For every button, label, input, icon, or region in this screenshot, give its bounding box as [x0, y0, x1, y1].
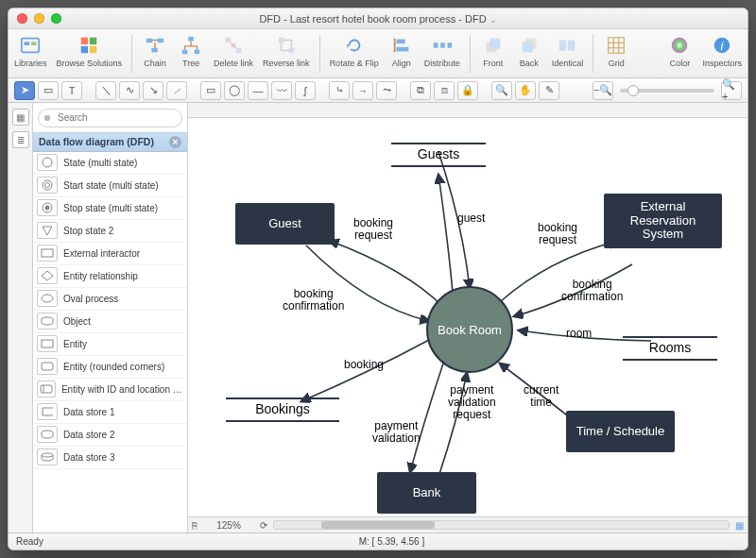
toolbar-delete-link[interactable]: Delete link — [214, 33, 253, 68]
datastore-guests[interactable]: Guests — [391, 146, 486, 161]
shape-item[interactable]: Entity relationship — [33, 265, 187, 288]
flow-payment-validation: payment validation — [372, 420, 421, 445]
toolbar-identical[interactable]: Identical — [552, 33, 584, 68]
hand-tool[interactable]: ✋ — [515, 81, 536, 100]
flow-guest: guest — [457, 212, 485, 225]
zoom-out-button[interactable]: −🔍 — [593, 81, 613, 100]
shape-item[interactable]: Stop state 2 — [33, 220, 187, 243]
minimize-button[interactable] — [34, 13, 44, 24]
shape-label: Start state (multi state) — [63, 180, 159, 191]
separator — [319, 35, 320, 73]
toolbar-front[interactable]: Front — [480, 33, 507, 68]
shape-item[interactable]: Entity — [33, 333, 187, 356]
zoom-button[interactable] — [51, 13, 61, 24]
ungroup-tool[interactable]: ⧈ — [434, 81, 455, 100]
shape-label: Entity with ID and location (rou... — [61, 384, 183, 395]
ellipse-tool[interactable]: ◯ — [224, 81, 245, 100]
label: Bookings — [255, 401, 310, 416]
toolbar-label: Browse Solutions — [57, 59, 123, 68]
app-window: DFD - Last resort hotel book room proces… — [8, 8, 748, 550]
text-tool[interactable]: T — [61, 81, 82, 100]
line2-tool[interactable]: — — [248, 81, 268, 100]
svg-rect-10 — [188, 37, 194, 42]
toolbar-color[interactable]: Color — [666, 33, 693, 68]
shape-item[interactable]: Entity (rounded corners) — [33, 356, 187, 379]
bezier-tool[interactable]: ∫ — [295, 81, 316, 100]
zoom-in-button[interactable]: 🔍+ — [721, 81, 742, 100]
shape-icon — [37, 267, 58, 284]
shape-icon — [37, 335, 58, 352]
zoom-value[interactable]: 125% — [203, 520, 254, 531]
polyline-tool[interactable]: ∿ — [119, 81, 140, 100]
shape-item[interactable]: Stop state (multi state) — [33, 197, 187, 220]
zoom-slider[interactable] — [620, 89, 714, 93]
lock-tool[interactable]: 🔒 — [457, 81, 478, 100]
toolbar-distribute[interactable]: Distribute — [424, 33, 460, 68]
toolbar-libraries[interactable]: Libraries — [14, 33, 47, 68]
toolbar-align[interactable]: Align — [388, 33, 415, 68]
search-input[interactable] — [38, 109, 182, 127]
page-nav-icon[interactable]: ▦ — [735, 520, 744, 531]
category-header[interactable]: Data flow diagram (DFD) × — [33, 132, 187, 152]
toolbar-back[interactable]: Back — [516, 33, 542, 68]
shape-item[interactable]: Entity with ID and location (rou... — [33, 379, 187, 401]
label: Rooms — [649, 340, 691, 355]
pointer-tool[interactable]: ➤ — [14, 81, 35, 100]
arc-tool[interactable]: ⟋ — [166, 81, 187, 100]
shape-item[interactable]: Data store 3 — [33, 447, 187, 469]
rect-tool[interactable]: ▭ — [38, 81, 59, 100]
rect-shape-tool[interactable]: ▭ — [200, 81, 221, 100]
toolbar-browse-solutions[interactable]: Browse Solutions — [57, 33, 123, 68]
svg-rect-21 — [447, 42, 452, 48]
ruler — [188, 103, 747, 118]
page-tabs-icon[interactable]: ⎘ — [192, 520, 198, 531]
curve-tool[interactable]: 〰 — [271, 81, 292, 100]
shape-item[interactable]: Oval process — [33, 288, 187, 311]
shape-item[interactable]: Object — [33, 311, 187, 333]
eyedropper-tool[interactable]: ✎ — [539, 81, 559, 100]
label: Guest — [268, 217, 301, 231]
smart-connector-tool[interactable]: ⤷ — [329, 81, 350, 100]
entity-external-reservation[interactable]: External Reservation System — [604, 194, 722, 248]
datastore-bookings[interactable]: Bookings — [226, 401, 339, 416]
arrow-tool[interactable]: → — [352, 81, 373, 100]
toolbar-reverse-link[interactable]: Reverse link — [263, 33, 310, 68]
entity-time-schedule[interactable]: Time / Schedule — [566, 411, 675, 452]
line-tool[interactable]: ＼ — [95, 81, 116, 100]
svg-point-31 — [43, 158, 52, 167]
status-ready: Ready — [16, 536, 43, 547]
process-book-room[interactable]: Book Room — [426, 286, 513, 373]
horizontal-scrollbar[interactable] — [273, 520, 730, 530]
toolbar-tree[interactable]: Tree — [178, 33, 204, 68]
entity-bank[interactable]: Bank — [377, 472, 476, 514]
category-close-icon[interactable]: × — [169, 136, 181, 148]
toolbar-chain[interactable]: Chain — [142, 33, 168, 68]
shape-item[interactable]: External interactor — [33, 243, 187, 265]
distribute-icon — [429, 33, 455, 58]
close-button[interactable] — [17, 13, 27, 24]
toolbar-inspectors[interactable]: i Inspectors — [702, 33, 742, 68]
spline-tool[interactable]: ⤳ — [376, 81, 397, 100]
toolbar-rotate-flip[interactable]: Rotate & Flip — [330, 33, 379, 68]
zoom-slider-knob[interactable] — [627, 85, 639, 96]
toolbar-grid[interactable]: Grid — [603, 33, 629, 68]
svg-rect-15 — [279, 38, 284, 43]
rail-layers-icon[interactable]: ≣ — [12, 131, 29, 148]
group-tool[interactable]: ⧉ — [410, 81, 431, 100]
shape-item[interactable]: State (multi state) — [33, 152, 187, 175]
shape-item[interactable]: Start state (multi state) — [33, 175, 187, 197]
rail-lib-icon[interactable]: ▦ — [12, 109, 29, 126]
toolbar-label: Color — [670, 59, 691, 68]
zoom-stepper[interactable]: ⟳ — [260, 520, 267, 531]
reverse-link-icon — [273, 33, 300, 58]
toolbar-label: Inspectors — [702, 59, 742, 68]
connector-tool[interactable]: ↘ — [143, 81, 163, 100]
diagram-canvas[interactable]: Guests Bookings Rooms Guest External Res… — [188, 118, 747, 516]
entity-guest[interactable]: Guest — [235, 203, 335, 245]
datastore-rooms[interactable]: Rooms — [623, 340, 717, 355]
shape-item[interactable]: Data store 2 — [33, 424, 187, 447]
zoom-in-tool[interactable]: 🔍 — [491, 81, 512, 100]
scrollbar-thumb[interactable] — [321, 521, 435, 529]
shape-item[interactable]: Data store 1 — [33, 401, 187, 424]
back-icon — [516, 33, 542, 58]
